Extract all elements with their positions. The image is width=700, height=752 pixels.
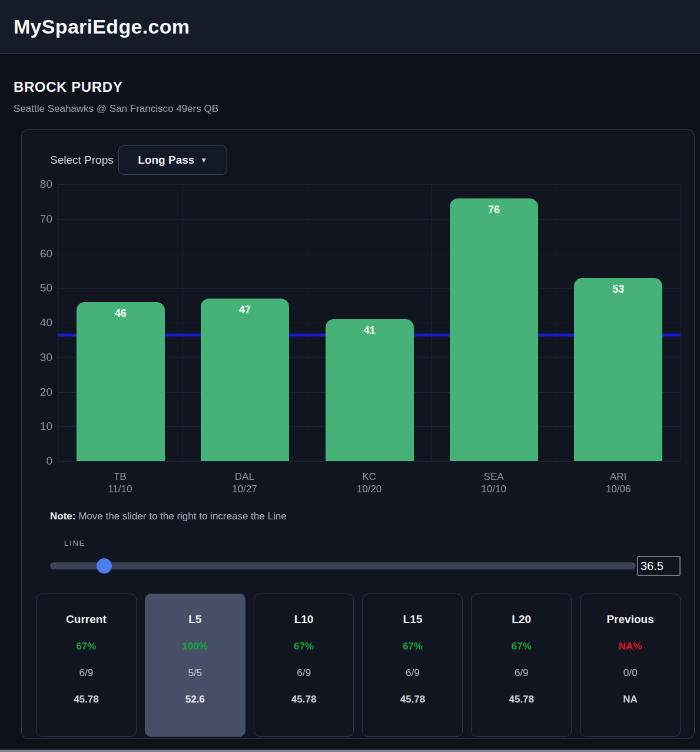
v-gridline [680,184,681,461]
y-tick-label: 30 [40,351,52,364]
note-text: Move the slider to the right to increase… [75,511,286,522]
card-average-value: 45.78 [400,694,426,705]
y-tick-label: 50 [40,281,52,294]
player-matchup: Seattle Seahawks @ San Francisco 49ers Q… [14,103,700,115]
bar-tb[interactable]: 46 [77,302,165,461]
bar-ari[interactable]: 53 [574,278,662,461]
line-slider-thumb[interactable] [97,558,112,574]
bar-value-label: 46 [77,307,165,320]
card-title: Previous [606,613,653,626]
card-title: Current [66,613,107,626]
h-gridline [58,184,681,185]
bar-sea[interactable]: 76 [450,198,538,462]
card-title: L15 [403,613,423,626]
plot-column: 4647417653 TB11/10DAL10/27KC10/20SEA10/1… [58,184,681,495]
line-value-input[interactable] [637,556,681,576]
props-panel: Select Props Long Pass ▼ 010203040506070… [21,129,695,739]
x-label-sea: SEA10/10 [432,471,556,495]
bar-value-label: 53 [574,283,662,296]
props-row: Select Props Long Pass ▼ [50,145,681,175]
select-props-label: Select Props [50,154,114,167]
x-label-tb: TB11/10 [58,471,183,495]
bottom-strip [0,750,700,752]
card-hit-percent: 67% [403,641,423,652]
stat-card-l15[interactable]: L1567%6/945.78 [362,594,463,737]
card-average-value: 45.78 [509,694,534,705]
line-slider-block: LINE [50,539,681,576]
card-average-value: 45.78 [74,694,99,705]
card-hit-percent: 67% [76,641,96,652]
y-tick-label: 70 [40,213,52,226]
card-title: L10 [294,613,314,626]
x-axis-labels: TB11/10DAL10/27KC10/20SEA10/10ARI10/06 [58,471,681,495]
line-slider-track[interactable] [50,562,636,569]
card-average-value: 45.78 [291,694,317,705]
stat-card-current[interactable]: Current67%6/945.78 [36,594,137,737]
stat-card-l5[interactable]: L5100%5/552.6 [145,594,246,737]
site-title: MySpariEdge.com [14,15,190,38]
y-tick-label: 0 [46,455,52,468]
slider-row [50,556,681,576]
card-hit-percent: 67% [294,641,314,652]
v-gridline [182,184,183,461]
card-average-value: NA [623,694,638,705]
player-block: BROCK PURDY Seattle Seahawks @ San Franc… [14,79,700,115]
h-gridline [58,254,681,254]
y-axis: 01020304050607080 [36,184,58,461]
bar-dal[interactable]: 47 [201,299,289,461]
bar-value-label: 41 [326,324,414,337]
card-title: L20 [512,613,531,626]
stat-cards-row: Current67%6/945.78L5100%5/552.6L1067%6/9… [36,594,681,737]
line-label: LINE [64,539,681,548]
bar-kc[interactable]: 41 [326,319,414,461]
h-gridline [58,461,681,462]
x-label-ari: ARI10/06 [556,471,681,495]
player-name: BROCK PURDY [14,79,700,95]
site-header: MySpariEdge.com [0,0,700,54]
card-title: L5 [188,613,201,626]
v-gridline [307,184,307,461]
y-tick-label: 40 [40,316,52,329]
stat-card-l20[interactable]: L2067%6/945.78 [471,594,572,737]
card-hit-percent: NA% [619,641,642,652]
bar-value-label: 76 [450,204,538,216]
bar-value-label: 47 [201,304,289,316]
card-average-value: 52.6 [185,694,205,705]
v-gridline [556,184,556,461]
plot-area: 4647417653 [58,184,681,461]
y-tick-label: 60 [40,247,52,260]
y-tick-label: 20 [40,386,52,399]
y-tick-label: 80 [40,178,52,191]
props-dropdown[interactable]: Long Pass ▼ [118,145,227,175]
card-hit-ratio: 5/5 [188,667,202,679]
card-hit-ratio: 6/9 [406,667,420,679]
x-label-dal: DAL10/27 [183,471,307,495]
card-hit-percent: 67% [512,641,532,652]
slider-note: Note: Move the slider to the right to in… [50,511,681,522]
card-hit-percent: 100% [183,641,208,652]
stat-card-previous[interactable]: PreviousNA%0/0NA [580,594,681,737]
v-gridline [431,184,432,461]
props-dropdown-value: Long Pass [138,154,194,167]
chevron-down-icon: ▼ [200,156,207,164]
h-gridline [58,219,681,220]
card-hit-ratio: 6/9 [297,667,311,679]
note-prefix: Note: [50,511,75,522]
card-hit-ratio: 6/9 [79,667,94,679]
card-hit-ratio: 6/9 [515,667,529,679]
bar-chart: 01020304050607080 4647417653 TB11/10DAL1… [36,184,681,495]
x-label-kc: KC10/20 [307,471,432,495]
card-hit-ratio: 0/0 [623,667,638,679]
y-tick-label: 10 [40,420,52,433]
stat-card-l10[interactable]: L1067%6/945.78 [254,594,354,737]
